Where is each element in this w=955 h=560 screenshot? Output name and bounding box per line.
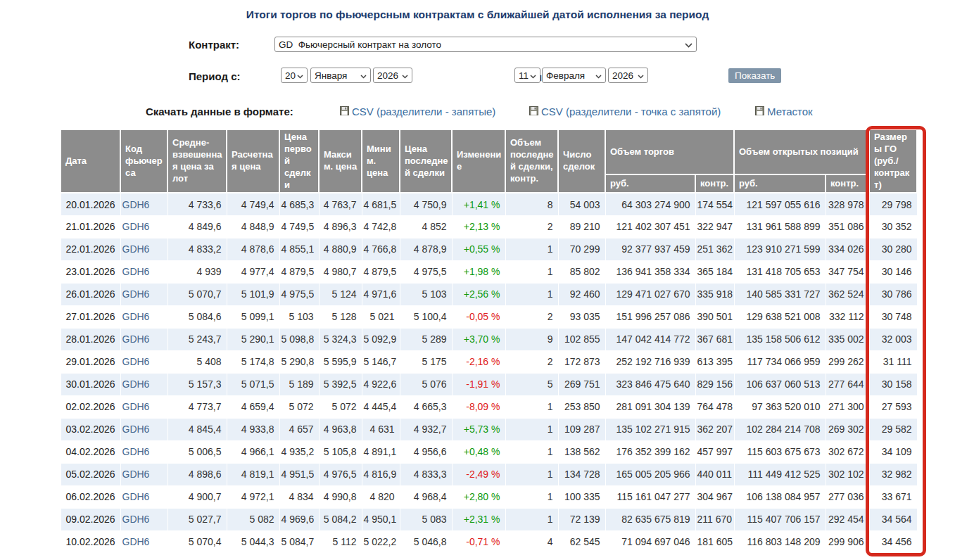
cell-max: 5 105,8 bbox=[319, 440, 362, 463]
cell-change: +0,55 % bbox=[452, 238, 505, 260]
cell-last: 5 103 bbox=[400, 283, 452, 305]
cell-vol_rub: 115 161 047 277 bbox=[605, 485, 695, 508]
cell-settle: 5 290,1 bbox=[227, 328, 279, 350]
cell-first: 4 855,1 bbox=[279, 238, 319, 260]
from-day-select[interactable]: 20 bbox=[281, 68, 308, 83]
cell-settle: 5 101,9 bbox=[227, 283, 279, 305]
cell-settle: 4 972,1 bbox=[227, 485, 279, 508]
futures-code-link[interactable]: GDH6 bbox=[122, 243, 150, 255]
col-header-min-price: Миним. цена bbox=[362, 129, 400, 193]
cell-trades: 102 855 bbox=[558, 328, 605, 350]
futures-code-link[interactable]: GDH6 bbox=[122, 311, 150, 322]
futures-code-link[interactable]: GDH6 bbox=[122, 536, 150, 547]
cell-max: 4 980,7 bbox=[319, 260, 362, 283]
cell-trades: 92 460 bbox=[558, 283, 605, 305]
cell-last: 4 750,9 bbox=[400, 193, 452, 215]
cell-first: 4 975,5 bbox=[279, 283, 319, 305]
csv-semicolon-link[interactable]: CSV (разделители - точка с запятой) bbox=[529, 106, 721, 117]
cell-margin: 30 280 bbox=[869, 238, 917, 260]
cell-date: 21.01.2026 bbox=[61, 215, 120, 238]
cell-open_contr: 302 102 bbox=[826, 463, 869, 485]
cell-last: 4 833,3 bbox=[400, 463, 452, 485]
futures-code-link[interactable]: GDH6 bbox=[122, 446, 150, 457]
csv-comma-link[interactable]: CSV (разделители - запятые) bbox=[340, 106, 495, 117]
cell-avg: 5 157,3 bbox=[167, 373, 227, 395]
to-day-select[interactable]: 11 bbox=[514, 68, 540, 83]
show-button[interactable]: Показать bbox=[728, 68, 781, 83]
cell-first: 5 098,8 bbox=[279, 328, 319, 350]
futures-code-link[interactable]: GDH6 bbox=[122, 199, 150, 210]
futures-code-link[interactable]: GDH6 bbox=[122, 333, 150, 345]
cell-trades: 89 210 bbox=[558, 215, 605, 238]
cell-open_contr: 332 112 bbox=[826, 305, 869, 328]
cell-code: GDH6 bbox=[120, 350, 167, 373]
futures-code-link[interactable]: GDH6 bbox=[122, 378, 150, 390]
table-row: 30.01.2026GDH65 157,35 071,55 1895 392,5… bbox=[61, 373, 917, 395]
cell-avg: 5 084,6 bbox=[167, 305, 227, 328]
cell-avg: 4 900,7 bbox=[167, 485, 227, 508]
metastock-link-label: Метасток bbox=[767, 106, 813, 117]
col-header-settle-price: Расчетная цена bbox=[227, 129, 279, 193]
cell-trades: 100 335 bbox=[558, 485, 605, 508]
cell-vol_rub: 165 005 205 966 bbox=[605, 463, 695, 485]
cell-vol_contr: 764 478 bbox=[695, 395, 734, 418]
cell-avg: 5 070,4 bbox=[167, 530, 227, 553]
cell-first: 5 072 bbox=[279, 395, 319, 418]
cell-open_rub: 135 158 506 612 bbox=[734, 328, 826, 350]
chevron-down-icon bbox=[638, 70, 644, 81]
from-year-select[interactable]: 2026 bbox=[373, 68, 412, 83]
contract-label: Контракт: bbox=[189, 39, 239, 51]
to-month-select[interactable]: Февраля bbox=[542, 68, 606, 83]
cell-open_contr: 302 672 bbox=[826, 440, 869, 463]
cell-open_contr: 277 036 bbox=[826, 485, 869, 508]
floppy-disk-icon bbox=[755, 106, 764, 117]
cell-open_contr: 335 002 bbox=[826, 328, 869, 350]
cell-change: +0,48 % bbox=[452, 440, 505, 463]
cell-code: GDH6 bbox=[120, 418, 167, 440]
cell-code: GDH6 bbox=[120, 440, 167, 463]
cell-settle: 4 977,4 bbox=[227, 260, 279, 283]
cell-margin: 29 798 bbox=[869, 193, 917, 215]
cell-avg: 5 027,7 bbox=[167, 508, 227, 530]
futures-code-link[interactable]: GDH6 bbox=[122, 401, 150, 412]
cell-open_contr: 351 086 bbox=[826, 215, 869, 238]
cell-max: 5 072 bbox=[319, 395, 362, 418]
cell-last: 4 852 bbox=[400, 215, 452, 238]
cell-date: 02.02.2026 bbox=[61, 395, 120, 418]
cell-date: 30.01.2026 bbox=[61, 373, 120, 395]
cell-date: 22.01.2026 bbox=[61, 238, 120, 260]
col-subheader-open-contracts: контр. bbox=[826, 174, 869, 193]
from-month-select[interactable]: Января bbox=[310, 68, 371, 83]
cell-change: +2,80 % bbox=[452, 485, 505, 508]
col-header-trades: Число сделок bbox=[558, 129, 605, 193]
cell-open_contr: 334 026 bbox=[826, 238, 869, 260]
cell-avg: 4 845,4 bbox=[167, 418, 227, 440]
cell-last: 5 046,8 bbox=[400, 530, 452, 553]
cell-settle: 5 071,5 bbox=[227, 373, 279, 395]
cell-margin: 31 111 bbox=[869, 350, 917, 373]
cell-open_rub: 106 637 060 513 bbox=[734, 373, 826, 395]
futures-code-link[interactable]: GDH6 bbox=[122, 221, 150, 232]
futures-code-link[interactable]: GDH6 bbox=[122, 266, 150, 277]
cell-open_rub: 116 803 148 209 bbox=[734, 530, 826, 553]
futures-code-link[interactable]: GDH6 bbox=[122, 514, 150, 525]
cell-code: GDH6 bbox=[120, 373, 167, 395]
cell-max: 5 112 bbox=[319, 530, 362, 553]
results-table-wrap: Дата Код фьючерса Средне-взвешенная цена… bbox=[60, 129, 918, 554]
cell-vol_rub: 92 377 937 459 bbox=[605, 238, 695, 260]
cell-settle: 5 099,1 bbox=[227, 305, 279, 328]
futures-code-link[interactable]: GDH6 bbox=[122, 424, 150, 435]
to-year-select[interactable]: 2026 bbox=[608, 68, 648, 83]
cell-settle: 4 878,6 bbox=[227, 238, 279, 260]
cell-max: 5 124 bbox=[319, 283, 362, 305]
futures-code-link[interactable]: GDH6 bbox=[122, 469, 150, 480]
futures-code-link[interactable]: GDH6 bbox=[122, 491, 150, 502]
cell-code: GDH6 bbox=[120, 215, 167, 238]
cell-first: 4 749,5 bbox=[279, 215, 319, 238]
contract-select[interactable]: GD Фьючерсный контракт на золото bbox=[274, 37, 697, 52]
futures-code-link[interactable]: GDH6 bbox=[122, 356, 150, 367]
futures-code-link[interactable]: GDH6 bbox=[122, 288, 150, 300]
metastock-link[interactable]: Метасток bbox=[755, 106, 813, 117]
cell-change: +3,70 % bbox=[452, 328, 505, 350]
cell-open_rub: 115 407 706 157 bbox=[734, 508, 826, 530]
